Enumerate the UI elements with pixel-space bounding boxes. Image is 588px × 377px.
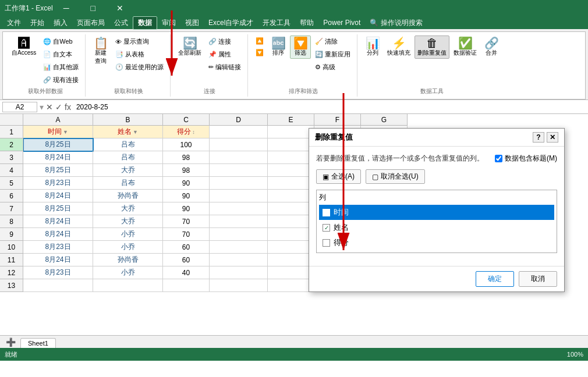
dialog-close-button[interactable]: ✕ [547, 132, 558, 143]
show-query-button[interactable]: 👁 显示查询 [112, 35, 167, 48]
cell-d6[interactable] [210, 190, 268, 202]
menu-item-2[interactable]: 插入 [49, 17, 72, 29]
cell-e2[interactable] [268, 138, 314, 151]
reapply-button[interactable]: 🔄 重新应用 [312, 48, 353, 61]
list-item-name[interactable]: 姓名 [319, 220, 554, 235]
cell-c8[interactable]: 70 [163, 215, 210, 228]
cell-e12[interactable] [268, 266, 314, 279]
cell-a7[interactable]: 8月25日 [23, 202, 93, 215]
dialog-ok-button[interactable]: 确定 [476, 271, 514, 287]
text-button[interactable]: 📄 自文本 [40, 48, 82, 61]
menu-item-8[interactable]: Excel自学成才 [204, 17, 258, 29]
row-header-7[interactable]: 7 [0, 202, 23, 215]
list-item-score[interactable]: 得分 [319, 235, 554, 250]
cell-d10[interactable] [210, 241, 268, 254]
row-header-10[interactable]: 10 [0, 241, 23, 254]
cell-d4[interactable] [210, 164, 268, 177]
sheet-tab-sheet1[interactable]: Sheet1 [20, 338, 56, 348]
minimize-button[interactable]: ─ [53, 0, 80, 16]
cell-c5[interactable]: 90 [163, 177, 210, 190]
cell-d9[interactable] [210, 228, 268, 241]
cell-c1[interactable]: 得分 ↕ [163, 126, 210, 138]
sort-asc-button[interactable]: 🔼 [253, 35, 267, 47]
add-sheet-button[interactable]: ➕ [2, 336, 19, 348]
cell-b12[interactable]: 小乔 [93, 266, 163, 279]
menu-item-0[interactable]: 文件 [2, 17, 26, 29]
col-header-e[interactable]: E [268, 114, 314, 126]
cell-e8[interactable] [268, 215, 314, 228]
cell-a3[interactable]: 8月24日 [23, 151, 93, 164]
cell-e11[interactable] [268, 254, 314, 266]
cell-d3[interactable] [210, 151, 268, 164]
cell-c7[interactable]: 90 [163, 202, 210, 215]
cell-b6[interactable]: 孙尚香 [93, 190, 163, 202]
cell-b5[interactable]: 吕布 [93, 177, 163, 190]
existing-connections-button[interactable]: 🔗 现有连接 [40, 74, 82, 86]
row-header-1[interactable]: 1 [0, 126, 23, 138]
sort-button[interactable]: 🔤 排序 [268, 35, 289, 59]
cell-c2[interactable]: 100 [163, 138, 210, 151]
cell-a4[interactable]: 8月25日 [23, 164, 93, 177]
data-validation-button[interactable]: ✅ 数据验证 [451, 35, 480, 59]
dialog-cancel-button[interactable]: 取消 [519, 271, 557, 287]
clear-button[interactable]: 🧹 清除 [312, 35, 353, 48]
cell-b8[interactable]: 大乔 [93, 215, 163, 228]
col-header-d[interactable]: D [210, 114, 268, 126]
cell-a2[interactable]: 8月25日 [23, 138, 93, 151]
menu-item-4[interactable]: 公式 [109, 17, 133, 29]
name-checkbox[interactable] [323, 224, 330, 232]
cell-d8[interactable] [210, 215, 268, 228]
cell-b7[interactable]: 大乔 [93, 202, 163, 215]
cell-e13[interactable] [268, 279, 314, 292]
row-header-9[interactable]: 9 [0, 228, 23, 241]
confirm-formula-icon[interactable]: ✓ [55, 102, 62, 112]
web-button[interactable]: 🌐 自Web [40, 35, 82, 48]
cell-d12[interactable] [210, 266, 268, 279]
new-query-button[interactable]: 📋 新建 查询 [90, 35, 111, 67]
col-header-f[interactable]: F [314, 114, 361, 126]
menu-item-10[interactable]: 帮助 [295, 17, 318, 29]
row-header-2[interactable]: 2 [0, 138, 23, 151]
insert-function-icon[interactable]: fx [65, 102, 71, 112]
access-button[interactable]: 🅰 自Access [9, 35, 39, 59]
from-table-button[interactable]: 📑 从表格 [112, 48, 167, 61]
cell-b11[interactable]: 孙尚香 [93, 254, 163, 266]
menu-item-12[interactable]: 🔍 操作说明搜索 [365, 17, 427, 29]
cell-a11[interactable]: 8月24日 [23, 254, 93, 266]
row-header-3[interactable]: 3 [0, 151, 23, 164]
cell-c10[interactable]: 60 [163, 241, 210, 254]
cell-e1[interactable] [268, 126, 314, 138]
cell-a9[interactable]: 8月24日 [23, 228, 93, 241]
cell-c13[interactable] [163, 279, 210, 292]
menu-item-11[interactable]: Power Pivot [318, 17, 365, 28]
cell-c3[interactable]: 98 [163, 151, 210, 164]
formula-input[interactable] [73, 102, 586, 112]
refresh-all-button[interactable]: 🔄 全部刷新 [175, 35, 204, 59]
cell-d2[interactable] [210, 138, 268, 151]
edit-links-button[interactable]: ✏ 编辑链接 [206, 61, 244, 73]
cell-e3[interactable] [268, 151, 314, 164]
cell-e4[interactable] [268, 164, 314, 177]
text-to-columns-button[interactable]: 📊 分列 [362, 35, 383, 59]
cell-a10[interactable]: 8月23日 [23, 241, 93, 254]
close-button[interactable]: ✕ [107, 0, 133, 16]
cell-c11[interactable]: 60 [163, 254, 210, 266]
menu-item-9[interactable]: 开发工具 [258, 17, 295, 29]
cell-e5[interactable] [268, 177, 314, 190]
cell-a12[interactable]: 8月23日 [23, 266, 93, 279]
cell-b10[interactable]: 小乔 [93, 241, 163, 254]
cell-b4[interactable]: 大乔 [93, 164, 163, 177]
cancel-formula-icon[interactable]: ✕ [46, 102, 53, 112]
cell-b3[interactable]: 吕布 [93, 151, 163, 164]
row-header-6[interactable]: 6 [0, 190, 23, 202]
sort-desc-button[interactable]: 🔽 [253, 47, 267, 58]
col-header-g[interactable]: G [361, 114, 408, 126]
cell-e6[interactable] [268, 190, 314, 202]
remove-duplicates-button[interactable]: 🗑 删除重复值 [415, 35, 449, 59]
cell-e9[interactable] [268, 228, 314, 241]
cell-d11[interactable] [210, 254, 268, 266]
col-header-b[interactable]: B [93, 114, 163, 126]
cell-a8[interactable]: 8月24日 [23, 215, 93, 228]
maximize-button[interactable]: □ [80, 0, 107, 16]
cell-e10[interactable] [268, 241, 314, 254]
